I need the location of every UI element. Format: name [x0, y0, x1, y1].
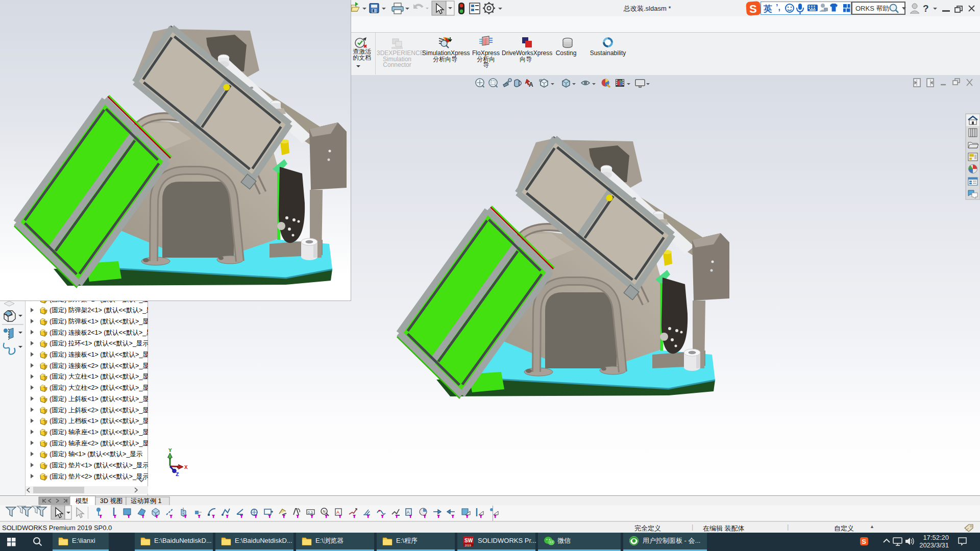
svg-text:运动算例 1: 运动算例 1 — [131, 497, 161, 505]
svg-text:E:\lianxi: E:\lianxi — [72, 537, 95, 544]
svg-text:17:52:20: 17:52:20 — [923, 534, 949, 541]
svg-text:A: A — [407, 510, 410, 515]
svg-text:Z: Z — [176, 471, 179, 478]
svg-text:(固定) 防弹板<1> (默认<<默认>_显示: (固定) 防弹板<1> (默认<<默认>_显示 — [50, 318, 148, 325]
svg-text:A: A — [336, 510, 339, 515]
svg-text:S: S — [862, 538, 866, 545]
svg-text:E:\BaiduNetdiskD...: E:\BaiduNetdiskD... — [154, 537, 212, 544]
svg-text:SW: SW — [464, 538, 473, 543]
svg-text:?: ? — [923, 3, 929, 14]
svg-text:(固定) 上斜板<1> (默认<<默认>_显示: (固定) 上斜板<1> (默认<<默认>_显示 — [50, 395, 148, 403]
svg-text:2023/3/31: 2023/3/31 — [919, 541, 949, 549]
svg-text:(固定) 垫片<1> (默认<<默认>_显示: (固定) 垫片<1> (默认<<默认>_显示 — [50, 462, 148, 469]
svg-text:0.3: 0.3 — [308, 511, 313, 514]
svg-text:模型: 模型 — [75, 497, 88, 505]
svg-text:A: A — [529, 81, 533, 88]
svg-text:SOLIDWORKS Pr...: SOLIDWORKS Pr... — [478, 537, 536, 544]
svg-text:用户控制面板 - 会...: 用户控制面板 - 会... — [643, 537, 700, 544]
svg-text:(固定) 上档板<1> (默认<<默认>_显示: (固定) 上档板<1> (默认<<默认>_显示 — [50, 417, 148, 424]
svg-text:(固定) 连接板2<1> (默认<<默认>_显示: (固定) 连接板2<1> (默认<<默认>_显示 — [50, 329, 148, 336]
svg-text:(固定) 轴承座<1> (默认<<默认>_显示: (固定) 轴承座<1> (默认<<默认>_显示 — [50, 429, 148, 436]
svg-text:(固定) 连接板<1> (默认<<默认>_显示: (固定) 连接板<1> (默认<<默认>_显示 — [50, 351, 148, 358]
svg-text:X: X — [184, 464, 188, 470]
svg-text:(固定) 轴承座<2> (默认<<默认>_显示: (固定) 轴承座<2> (默认<<默认>_显示 — [50, 440, 148, 447]
svg-text:(固定) 上斜板<2> (默认<<默认>_显示: (固定) 上斜板<2> (默认<<默认>_显示 — [50, 407, 148, 414]
svg-text:2019: 2019 — [465, 544, 471, 547]
svg-text:3D 视图: 3D 视图 — [100, 497, 122, 505]
svg-text:(固定) 轴<1> (默认<<默认>_显示: (固定) 轴<1> (默认<<默认>_显示 — [50, 450, 143, 458]
svg-text:(固定) 大立柱<1> (默认<<默认>_显示: (固定) 大立柱<1> (默认<<默认>_显示 — [50, 373, 148, 380]
svg-text:Y: Y — [168, 447, 172, 454]
svg-text:(固定) 连接板<2> (默认<<默认>_显示: (固定) 连接板<2> (默认<<默认>_显示 — [50, 362, 148, 369]
svg-text:E:\浏览器: E:\浏览器 — [315, 537, 344, 544]
svg-text:S: S — [749, 3, 757, 15]
svg-text:E:\程序: E:\程序 — [396, 537, 418, 544]
svg-text:(固定) 大立柱<2> (默认<<默认>_显示: (固定) 大立柱<2> (默认<<默认>_显示 — [50, 384, 148, 391]
svg-text:(固定) 拉环<1> (默认<<默认>_显示: (固定) 拉环<1> (默认<<默认>_显示 — [50, 340, 148, 347]
svg-text:’,: ’, — [776, 3, 780, 12]
svg-text:英: 英 — [763, 4, 772, 14]
svg-text:微信: 微信 — [557, 537, 571, 544]
svg-text:(固定) 垫片<2> (默认<<默认>_显示: (固定) 垫片<2> (默认<<默认>_显示 — [50, 473, 148, 480]
svg-text:E:\BaiduNetdiskD...: E:\BaiduNetdiskD... — [235, 537, 292, 544]
svg-text:N: N — [323, 510, 326, 513]
svg-text:(固定) 防弹架2<1> (默认<<默认>_显示: (固定) 防弹架2<1> (默认<<默认>_显示 — [50, 307, 148, 314]
